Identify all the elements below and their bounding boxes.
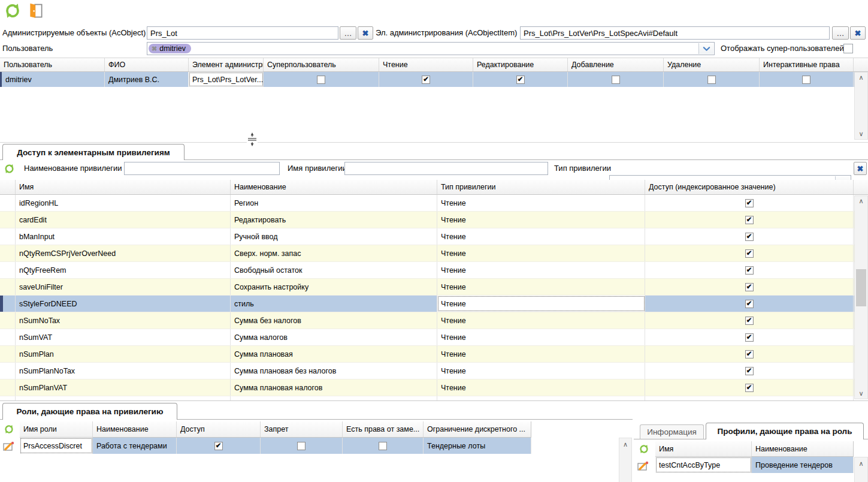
scroll-down-arrow[interactable]: ∨ [855, 389, 867, 398]
interactive-rights-checkbox[interactable] [802, 76, 810, 84]
exit-button[interactable] [28, 2, 44, 20]
deny-checkbox[interactable] [297, 442, 306, 450]
superuser-checkbox[interactable] [317, 76, 325, 84]
filter-code-input[interactable] [344, 162, 548, 175]
user-row[interactable]: dmitriev Дмитриев В.С. Prs_Lot\Prs_LotVe… [0, 72, 868, 87]
read-checkbox[interactable]: ✔ [422, 76, 430, 84]
interactive-rights-cell [760, 72, 854, 87]
add-checkbox[interactable] [612, 76, 620, 84]
column-header[interactable]: Удаление [664, 58, 760, 71]
scroll-up-arrow[interactable]: ∧ [855, 73, 867, 82]
access-checkbox[interactable]: ✔ [745, 384, 754, 392]
column-header[interactable]: Есть права от заме... [343, 421, 424, 437]
user-field[interactable]: ✖ dmitriev [147, 42, 715, 55]
column-header[interactable]: Элемент администриру... [189, 58, 264, 71]
access-checkbox[interactable]: ✔ [745, 400, 754, 402]
refresh-button[interactable] [4, 2, 22, 20]
privilege-row[interactable]: nSumPlanVATСумма плановая налоговЧтение✔ [0, 379, 868, 396]
privilege-row[interactable]: nSumVATСумма налоговЧтение✔ [0, 329, 868, 346]
privilege-row[interactable]: nSumPlanNoTaxСумма плановая без налоговЧ… [0, 363, 868, 379]
column-header[interactable]: Чтение [379, 58, 473, 71]
access-checkbox[interactable]: ✔ [745, 317, 754, 325]
access-checkbox[interactable]: ✔ [745, 233, 754, 241]
column-header[interactable]: Имя роли [20, 421, 93, 437]
tab-profiles[interactable]: Профили, дающие права на роль [706, 423, 864, 439]
column-header[interactable]: Интерактивные права [760, 58, 854, 71]
column-header[interactable]: Имя [655, 441, 752, 456]
roles-edit-button[interactable] [3, 441, 15, 453]
acobjectitem-input[interactable] [520, 26, 830, 40]
user-dropdown-button[interactable] [698, 43, 713, 54]
privilege-caption-cell: Сверх. норм. запас [231, 245, 437, 261]
access-checkbox[interactable]: ✔ [745, 249, 754, 258]
profiles-refresh-button[interactable] [639, 444, 649, 454]
roles-refresh-button[interactable] [4, 424, 14, 435]
privileges-scrollbar[interactable]: ∧ ∨ [854, 195, 868, 399]
acobject-input[interactable] [147, 26, 338, 40]
privilege-row[interactable]: sStyleForDNEEDстильЧтение✔ [0, 296, 868, 312]
column-header[interactable]: Редактирование [473, 58, 568, 71]
access-checkbox[interactable]: ✔ [745, 367, 754, 375]
scroll-up-arrow[interactable]: ∧ [855, 459, 867, 468]
acobject-browse-button[interactable]: … [340, 26, 356, 40]
privilege-row[interactable]: cardEditРедактироватьЧтение✔ [0, 212, 868, 228]
tab-privileges-access[interactable]: Доступ к элементарным привилегиям [2, 144, 185, 160]
chip-remove-icon[interactable]: ✖ [152, 45, 157, 53]
column-header[interactable]: Пользователь [0, 58, 105, 71]
access-checkbox[interactable]: ✔ [745, 216, 754, 224]
roles-scrollbar[interactable]: ∧ [619, 438, 632, 482]
access-checkbox[interactable]: ✔ [745, 199, 754, 207]
column-header[interactable]: Тип привилегии [437, 180, 645, 194]
delegated-checkbox[interactable] [379, 442, 387, 450]
profiles-edit-button[interactable] [637, 460, 649, 472]
column-header[interactable]: Запрет [261, 421, 343, 437]
access-checkbox[interactable]: ✔ [745, 350, 754, 359]
filter-name-input[interactable] [124, 162, 280, 175]
role-row[interactable]: PrsAccessDiscret Работа с тендерами ✔ Те… [20, 438, 531, 454]
access-checkbox[interactable]: ✔ [745, 333, 754, 342]
scroll-down-arrow[interactable]: ∨ [855, 129, 867, 138]
privilege-row[interactable]: nQtyFreeRemСвободный остатокЧтение✔ [0, 262, 868, 279]
show-superusers-checkbox[interactable] [843, 44, 853, 53]
scroll-thumb[interactable] [856, 269, 866, 306]
column-header[interactable]: Добавление [568, 58, 664, 71]
privilege-row[interactable]: nSumNoTaxСумма без налоговЧтение✔ [0, 312, 868, 329]
privilege-type-cell: Чтение [437, 245, 645, 261]
access-checkbox[interactable]: ✔ [745, 266, 754, 275]
privilege-row[interactable]: nSumСумма с налогамиЧтение✔ [0, 396, 868, 401]
column-header[interactable]: ФИО [105, 58, 189, 71]
profile-row[interactable]: testCntAccByType Проведение тендеров [655, 457, 854, 473]
filter-type-clear-button[interactable]: ✖ [854, 162, 867, 175]
acobject-clear-button[interactable]: ✖ [358, 26, 373, 40]
tab-roles[interactable]: Роли, дающие права на привилегию [2, 403, 177, 420]
edit-checkbox[interactable]: ✔ [516, 76, 525, 84]
profiles-scrollbar[interactable]: ∧ [854, 457, 868, 482]
privilege-row[interactable]: nQtyRemCSPrjVerOverNeedСверх. норм. запа… [0, 245, 868, 262]
column-header[interactable]: Имя [16, 180, 231, 194]
acobjectitem-clear-button[interactable]: ✖ [850, 26, 866, 40]
privileges-refresh-button[interactable] [4, 163, 15, 174]
column-header[interactable]: Суперпользователь [264, 58, 379, 71]
delete-checkbox[interactable] [707, 76, 716, 84]
access-checkbox[interactable]: ✔ [745, 300, 754, 308]
splitter-handle[interactable] [247, 132, 258, 146]
column-header[interactable]: Наименование [231, 180, 437, 194]
privilege-row[interactable]: bManInputРучной вводЧтение✔ [0, 228, 868, 245]
user-chip[interactable]: ✖ dmitriev [149, 44, 191, 53]
tab-information[interactable]: Информация [640, 424, 704, 439]
column-header[interactable]: Наименование [752, 441, 854, 456]
privileges-table-body: idRegionHLРегионЧтение✔cardEditРедактиро… [0, 195, 868, 401]
access-checkbox[interactable]: ✔ [214, 442, 223, 450]
column-header[interactable]: Доступ [177, 421, 261, 437]
access-checkbox[interactable]: ✔ [745, 283, 754, 291]
acobjectitem-browse-button[interactable]: … [832, 26, 849, 40]
privilege-row[interactable]: idRegionHLРегионЧтение✔ [0, 195, 868, 212]
scroll-up-arrow[interactable]: ∧ [855, 197, 867, 206]
column-header[interactable]: Наименование [93, 421, 177, 437]
privilege-row[interactable]: saveUniFilterСохранить настройкуЧтение✔ [0, 279, 868, 296]
scroll-up-arrow[interactable]: ∧ [619, 440, 631, 449]
privilege-row[interactable]: nSumPlanСумма плановаяЧтение✔ [0, 346, 868, 363]
column-header[interactable]: Доступ (индексированное значение) [645, 180, 854, 194]
users-scrollbar[interactable]: ∧ ∨ [854, 72, 868, 140]
column-header[interactable]: Ограничение дискретного ... [424, 421, 531, 437]
